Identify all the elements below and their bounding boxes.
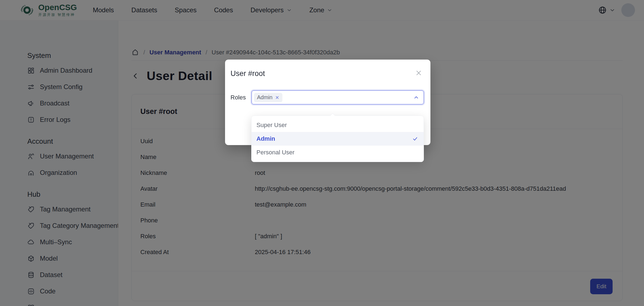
selected-role-tag: Admin: [254, 93, 282, 102]
close-icon: [415, 69, 422, 76]
roles-dropdown: Super User Admin Personal User: [251, 116, 424, 162]
check-icon: [412, 136, 418, 142]
option-super-user[interactable]: Super User: [252, 118, 424, 132]
remove-tag-icon[interactable]: [275, 95, 279, 100]
option-admin[interactable]: Admin: [252, 132, 424, 146]
option-personal-user[interactable]: Personal User: [252, 146, 424, 159]
roles-field-label: Roles: [231, 94, 252, 101]
modal-title: User #root: [231, 69, 424, 78]
chevron-up-icon: [413, 95, 419, 101]
roles-select[interactable]: Admin: [252, 90, 424, 104]
close-button[interactable]: [415, 69, 422, 76]
tag-label: Admin: [257, 94, 273, 101]
